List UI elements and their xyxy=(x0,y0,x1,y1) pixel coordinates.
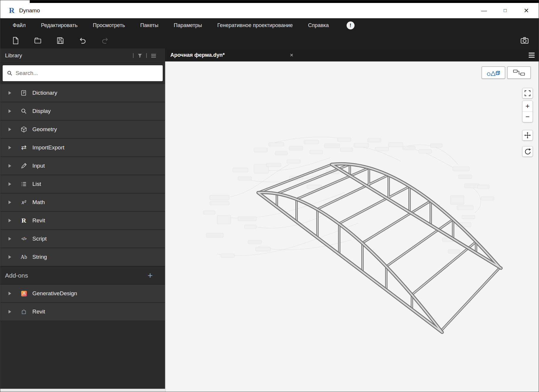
layout-menu-icon[interactable] xyxy=(151,54,156,58)
menu-view[interactable]: Просмотреть xyxy=(85,22,133,29)
library-item-label: String xyxy=(32,254,47,260)
view-toggle xyxy=(482,66,531,79)
revit-r-icon: R xyxy=(19,217,28,224)
revit-logo-icon: R xyxy=(7,6,16,15)
redo-button[interactable] xyxy=(100,36,110,45)
library-item-label: Script xyxy=(32,236,47,242)
library-item-importexport[interactable]: ⇄ ImportExport xyxy=(0,139,165,157)
filter-icon[interactable] xyxy=(138,54,142,58)
library-item-input[interactable]: Input xyxy=(0,157,165,175)
expand-caret-icon[interactable] xyxy=(9,146,11,149)
notification-alert-icon[interactable]: ! xyxy=(347,21,355,29)
addon-item-revit[interactable]: Revit xyxy=(0,303,165,321)
zoom-out-button[interactable]: − xyxy=(523,112,533,122)
expand-caret-icon[interactable] xyxy=(9,310,11,313)
camera-icon xyxy=(520,36,529,45)
pan-icon xyxy=(524,132,531,139)
geometry-view-button[interactable] xyxy=(482,66,505,79)
code-icon: </> xyxy=(19,236,28,241)
library-item-label: Math xyxy=(32,199,45,206)
orbit-button[interactable] xyxy=(522,146,533,157)
pencil-icon xyxy=(19,163,28,169)
geometry-view-icon xyxy=(486,69,500,76)
expand-caret-icon[interactable] xyxy=(9,91,11,95)
library-item-math[interactable]: x² Math xyxy=(0,194,165,212)
library-item-geometry[interactable]: Geometry xyxy=(0,121,165,139)
x-squared-icon: x² xyxy=(19,199,28,206)
expand-caret-icon[interactable] xyxy=(9,201,11,204)
zoom-controls: + − xyxy=(522,101,533,122)
open-file-button[interactable] xyxy=(33,36,43,45)
close-button[interactable]: × xyxy=(516,3,537,18)
menu-edit[interactable]: Редактировать xyxy=(33,22,85,29)
library-item-display[interactable]: Display xyxy=(0,102,165,121)
addons-title: Add-ons xyxy=(5,272,147,279)
search-box[interactable] xyxy=(3,65,163,81)
zoom-in-button[interactable]: + xyxy=(523,101,533,112)
menu-packages[interactable]: Пакеты xyxy=(133,22,166,29)
letters-ab-icon: Ab xyxy=(19,254,28,260)
library-item-label: Display xyxy=(32,108,51,114)
save-button[interactable] xyxy=(56,36,65,45)
minimize-button[interactable]: — xyxy=(473,3,495,18)
export-image-button[interactable] xyxy=(520,36,529,45)
divider xyxy=(146,53,147,58)
menu-settings[interactable]: Параметры xyxy=(166,22,209,29)
graph-view-button[interactable] xyxy=(507,66,531,79)
menu-file[interactable]: Файл xyxy=(5,22,33,29)
expand-caret-icon[interactable] xyxy=(9,109,11,113)
tab-title: Арочная ферма.dyn* xyxy=(170,52,288,58)
divider xyxy=(133,53,134,58)
menu-generative-design[interactable]: Генеративное проектирование xyxy=(209,22,300,29)
dynamo-window: R Dynamo — □ × Файл Редактировать Просмо… xyxy=(0,0,539,392)
workspace-canvas[interactable]: + − xyxy=(165,61,539,392)
expand-caret-icon[interactable] xyxy=(9,255,11,259)
library-item-label: Dictionary xyxy=(32,90,57,96)
tab-close-icon[interactable]: × xyxy=(288,52,295,59)
list-icon xyxy=(19,181,28,187)
library-item-label: ImportExport xyxy=(32,144,64,151)
undo-icon xyxy=(79,36,87,45)
library-item-label: GenerativeDesign xyxy=(32,290,77,297)
search-input[interactable] xyxy=(16,70,159,76)
library-item-label: Revit xyxy=(32,308,45,315)
expand-caret-icon[interactable] xyxy=(9,182,11,186)
arched-truss-3d-preview xyxy=(166,61,539,392)
expand-caret-icon[interactable] xyxy=(9,292,11,295)
menu-bar: Файл Редактировать Просмотреть Пакеты Па… xyxy=(0,18,539,33)
library-item-label: List xyxy=(32,181,41,187)
save-icon xyxy=(56,36,64,45)
library-item-revit[interactable]: R Revit xyxy=(0,212,165,230)
library-item-list[interactable]: List xyxy=(0,175,165,194)
library-item-dictionary[interactable]: Dictionary xyxy=(0,84,165,102)
library-title: Library xyxy=(5,52,133,59)
search-icon xyxy=(7,70,13,76)
expand-caret-icon[interactable] xyxy=(9,219,11,222)
redo-icon xyxy=(101,36,109,45)
app-title: Dynamo xyxy=(19,7,40,14)
library-item-string[interactable]: Ab String xyxy=(0,248,165,266)
expand-caret-icon[interactable] xyxy=(9,128,11,131)
add-package-button[interactable]: + xyxy=(147,271,153,281)
library-header: Library xyxy=(0,49,165,63)
undo-button[interactable] xyxy=(78,36,87,45)
tab-arched-truss[interactable]: Арочная ферма.dyn* × xyxy=(165,49,300,61)
toolbar xyxy=(0,33,539,49)
expand-caret-icon[interactable] xyxy=(9,237,11,241)
cube-icon xyxy=(19,126,28,133)
maximize-button[interactable]: □ xyxy=(495,3,516,18)
pan-button[interactable] xyxy=(522,130,533,141)
sidebar-bottom-edge xyxy=(0,389,165,392)
zoom-fit-button[interactable] xyxy=(522,88,533,99)
magnifier-icon xyxy=(19,108,28,114)
window-controls: — □ × xyxy=(473,3,537,18)
expand-caret-icon[interactable] xyxy=(9,164,11,168)
window-top-edge xyxy=(30,0,539,3)
menu-help[interactable]: Справка xyxy=(300,22,337,29)
book-icon xyxy=(19,90,28,96)
library-item-script[interactable]: </> Script xyxy=(0,230,165,248)
new-file-button[interactable] xyxy=(11,36,20,45)
swap-arrows-icon: ⇄ xyxy=(19,144,28,151)
workspace-menu-icon[interactable] xyxy=(529,53,535,58)
addon-item-generativedesign[interactable]: GenerativeDesign xyxy=(0,285,165,303)
